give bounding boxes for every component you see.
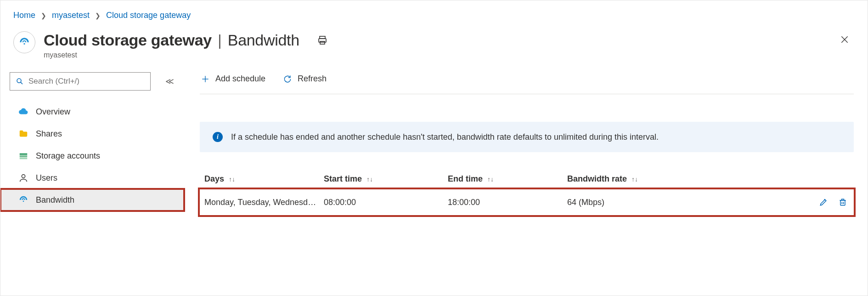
sidebar-item-shares[interactable]: Shares xyxy=(10,123,184,145)
add-schedule-button[interactable]: Add schedule xyxy=(200,72,266,85)
svg-rect-7 xyxy=(20,154,28,155)
refresh-icon xyxy=(283,74,292,84)
sidebar-item-label: Bandwidth xyxy=(36,195,74,205)
chevron-double-left-icon: ≪ xyxy=(165,77,174,86)
column-header-bandwidth-rate[interactable]: Bandwidth rate ↑↓ xyxy=(567,174,808,184)
printer-icon xyxy=(317,35,328,46)
search-icon xyxy=(16,77,24,85)
sidebar-item-bandwidth[interactable]: Bandwidth xyxy=(0,189,184,211)
cell-end-time: 18:00:00 xyxy=(448,198,567,207)
sidebar-item-overview[interactable]: Overview xyxy=(10,101,184,123)
page-subtitle: myasetest xyxy=(44,51,329,59)
sidebar-item-label: Storage accounts xyxy=(36,151,100,161)
close-button[interactable] xyxy=(837,31,854,48)
info-banner-text: If a schedule has ended and another sche… xyxy=(231,132,659,142)
pencil-icon xyxy=(819,198,828,207)
cell-bandwidth-rate: 64 (Mbps) xyxy=(567,198,808,207)
table-header-row: Days ↑↓ Start time ↑↓ End time ↑↓ Bandwi… xyxy=(200,174,854,189)
chevron-right-icon: ❯ xyxy=(95,12,101,19)
print-button[interactable] xyxy=(316,33,329,48)
page-title: Cloud storage gateway | Bandwidth xyxy=(44,31,299,49)
column-header-end-time[interactable]: End time ↑↓ xyxy=(448,174,567,184)
gateway-icon xyxy=(13,31,35,53)
table-row[interactable]: Monday, Tuesday, Wednesd… 08:00:00 18:00… xyxy=(200,189,854,215)
page-header: Cloud storage gateway | Bandwidth myaset… xyxy=(0,25,868,64)
close-icon xyxy=(840,35,851,44)
breadcrumb-resource[interactable]: myasetest xyxy=(52,11,90,20)
svg-point-10 xyxy=(22,175,25,178)
sort-icon: ↑↓ xyxy=(631,176,638,183)
sidebar-item-label: Shares xyxy=(36,129,62,139)
button-label: Add schedule xyxy=(215,74,265,84)
sidebar: ≪ Overview Shares Storage accounts xyxy=(0,64,184,215)
breadcrumb-home[interactable]: Home xyxy=(13,11,35,20)
breadcrumb-page[interactable]: Cloud storage gateway xyxy=(106,11,191,20)
svg-rect-13 xyxy=(840,200,845,205)
svg-rect-9 xyxy=(20,158,28,159)
cell-start-time: 08:00:00 xyxy=(324,198,448,207)
edit-row-button[interactable] xyxy=(817,196,830,209)
trash-icon xyxy=(838,198,847,207)
person-icon xyxy=(18,173,28,183)
main-content: Add schedule Refresh i If a schedule has… xyxy=(184,64,868,215)
search-input[interactable] xyxy=(28,77,145,86)
sort-icon: ↑↓ xyxy=(229,176,235,183)
delete-row-button[interactable] xyxy=(836,196,849,209)
column-header-start-time[interactable]: Start time ↑↓ xyxy=(324,174,448,184)
toolbar: Add schedule Refresh xyxy=(200,72,854,94)
folder-icon xyxy=(18,129,28,139)
sort-icon: ↑↓ xyxy=(487,176,494,183)
storage-icon xyxy=(18,151,28,161)
plus-icon xyxy=(201,74,210,84)
gateway-icon xyxy=(18,195,28,205)
sidebar-item-users[interactable]: Users xyxy=(10,167,184,189)
sidebar-item-storage-accounts[interactable]: Storage accounts xyxy=(10,145,184,167)
svg-point-5 xyxy=(17,79,21,83)
sort-icon: ↑↓ xyxy=(366,176,373,183)
info-banner: i If a schedule has ended and another sc… xyxy=(200,122,854,152)
refresh-button[interactable]: Refresh xyxy=(282,72,327,85)
cell-days: Monday, Tuesday, Wednesd… xyxy=(204,198,324,207)
column-header-days[interactable]: Days ↑↓ xyxy=(204,174,324,184)
sidebar-item-label: Overview xyxy=(36,107,70,117)
collapse-sidebar-button[interactable]: ≪ xyxy=(162,73,178,90)
svg-rect-8 xyxy=(20,155,28,157)
svg-rect-2 xyxy=(320,41,325,44)
button-label: Refresh xyxy=(298,74,327,84)
cloud-icon xyxy=(18,107,28,117)
search-input-wrapper[interactable] xyxy=(10,72,151,91)
info-icon: i xyxy=(213,132,223,142)
svg-line-6 xyxy=(21,82,23,84)
sidebar-item-label: Users xyxy=(36,173,57,183)
chevron-right-icon: ❯ xyxy=(41,12,46,19)
breadcrumb: Home ❯ myasetest ❯ Cloud storage gateway xyxy=(0,0,868,25)
sidebar-nav: Overview Shares Storage accounts Users xyxy=(10,101,184,211)
schedules-table: Days ↑↓ Start time ↑↓ End time ↑↓ Bandwi… xyxy=(200,174,854,215)
